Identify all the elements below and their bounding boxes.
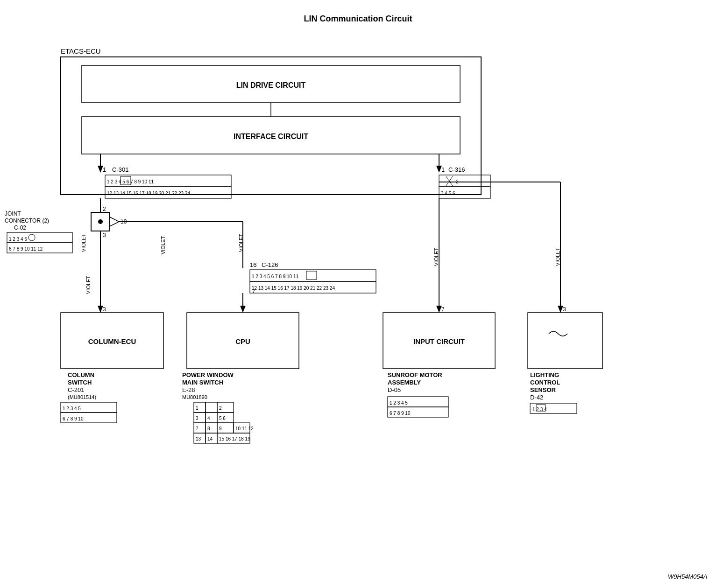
lighting-label2: CONTROL <box>530 379 560 386</box>
e28-box2 <box>206 402 217 413</box>
lighting-label3: SENSOR <box>530 386 556 393</box>
c301-pins-top: 1 2 3 4 5 6 7 8 9 10 11 <box>107 179 154 184</box>
lighting-label1: LIGHTING <box>530 371 559 378</box>
e28-pin14: 14 <box>207 436 213 441</box>
c201-bot-pins: 6 7 8 9 10 <box>63 416 84 421</box>
violet-label-col: VIOLET <box>85 276 91 294</box>
joint-c02-label: C-02 <box>14 224 26 231</box>
col-switch-sub: (MU801514) <box>68 394 96 400</box>
input-circuit-label: INPUT CIRCUIT <box>413 337 465 345</box>
sunroof-label2: ASSEMBLY <box>388 379 421 386</box>
lighting-id: D-42 <box>530 394 543 401</box>
lighting-squiggle <box>549 331 567 336</box>
cpu-label: CPU <box>235 337 250 345</box>
c02-top-pins: 1 2 3 4 5 <box>9 237 27 242</box>
diagram-container: LIN Communication Circuit ETACS-ECU LIN … <box>0 0 716 588</box>
violet-label-horiz-cpu: VIOLET <box>160 236 166 254</box>
c126-bot-pin7: 7 <box>252 288 255 294</box>
c126-pin-box <box>306 271 317 280</box>
c126-top-pins: 1 2 3 4 5 6 7 8 9 10 11 <box>252 274 299 279</box>
e28-pin2: 2 <box>219 406 222 411</box>
sunroof-id: D-05 <box>388 386 401 393</box>
lighting-pin3: 3 <box>563 306 566 313</box>
c316-label: C-316 <box>448 166 465 173</box>
violet-label-lighting: VIOLET <box>555 248 560 266</box>
joint-connector-label2: CONNECTOR (2) <box>5 217 49 224</box>
e28-pin4: 4 <box>207 416 210 421</box>
pw-id: E-28 <box>182 386 195 393</box>
c301-pin1: 1 <box>103 166 106 173</box>
c316-pin1: 1 <box>441 166 445 173</box>
pw-label2: MAIN SWITCH <box>182 379 223 386</box>
joint-connector-label1: JOINT <box>5 210 21 217</box>
pw-label1: POWER WINDOW <box>182 371 234 378</box>
violet-label-left: VIOLET <box>81 234 86 252</box>
violet-label-c316: VIOLET <box>433 248 439 266</box>
col-switch-id: C-201 <box>68 386 84 393</box>
col-switch-label2: SWITCH <box>68 379 92 386</box>
c02-circle <box>28 234 35 241</box>
col-switch-label1: COLUMN <box>68 371 94 378</box>
d05-bot-pins: 6 7 8 9 10 <box>390 411 411 416</box>
e28-pin13: 13 <box>196 436 201 441</box>
e28-pin8: 8 <box>207 426 210 431</box>
e28-pin3: 3 <box>196 416 198 421</box>
watermark: W9H54M054A <box>668 573 708 580</box>
d05-top-pins: 1 2 3 4 5 <box>390 400 408 406</box>
sunroof-label1: SUNROOF MOTOR <box>388 371 442 378</box>
etacs-label: ETACS-ECU <box>61 47 101 55</box>
joint-dot <box>98 219 103 224</box>
c301-label: C-301 <box>112 166 128 173</box>
c126-bot-pins: 12 13 14 15 16 17 18 19 20 21 22 23 24 <box>252 286 335 291</box>
column-ecu-label: COLUMN-ECU <box>88 337 136 345</box>
joint-pin3: 3 <box>103 232 106 238</box>
c126-pin16: 16 <box>250 261 256 268</box>
e28-pin5-6: 5 6 <box>219 416 226 421</box>
d42-pins: 1 2 3 4 <box>532 407 547 412</box>
col-pin3: 3 <box>103 306 106 313</box>
etacs-box <box>61 57 481 195</box>
joint-triangle <box>110 217 119 226</box>
c316-bot-pins: 3 4 5 6 <box>441 191 455 196</box>
pw-sub: MU801890 <box>182 394 207 400</box>
interface-label: INTERFACE CIRCUIT <box>234 133 308 140</box>
lin-drive-label: LIN DRIVE CIRCUIT <box>236 81 306 89</box>
e28-pin15-19: 15 16 17 18 19 <box>219 436 250 441</box>
joint-pin2: 2 <box>103 206 106 212</box>
c126-label: C-126 <box>262 261 278 268</box>
cpu-arrow-head <box>240 306 246 313</box>
circuit-diagram: ETACS-ECU LIN DRIVE CIRCUIT INTERFACE CI… <box>0 0 716 588</box>
violet-label-vert-cpu: VIOLET <box>238 234 244 252</box>
e28-pin9: 9 <box>219 426 222 431</box>
e28-pin1: 1 <box>196 406 198 411</box>
e28-pin10-11: 10 11 12 <box>235 426 254 431</box>
c201-top-pins: 1 2 3 4 5 <box>63 406 81 411</box>
c02-bot-pins: 6 7 8 9 10 11 12 <box>9 246 43 252</box>
input-pin7: 7 <box>441 306 445 313</box>
lighting-box <box>528 313 603 369</box>
c301-pins-bot: 12 13 14 15 16 17 18 19 20 21 22 23 24 <box>107 191 190 196</box>
e28-pin7: 7 <box>196 426 198 431</box>
